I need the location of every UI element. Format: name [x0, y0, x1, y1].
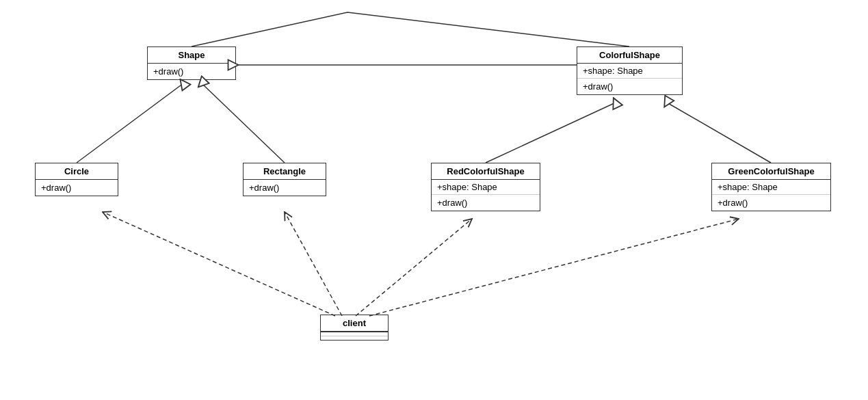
client-class: client [320, 315, 389, 341]
circle-class-name: Circle [36, 163, 118, 180]
circle-draw-method: +draw() [36, 180, 118, 196]
colorfulshape-attr: +shape: Shape [577, 64, 682, 79]
svg-line-3 [202, 83, 285, 163]
circle-class: Circle +draw() [35, 163, 118, 196]
rectangle-draw-method: +draw() [244, 180, 326, 196]
svg-line-6 [667, 103, 771, 163]
redcolorfulshape-attr: +shape: Shape [432, 180, 540, 195]
diagram-container: Shape +draw() Circle +draw() Rectangle +… [0, 0, 868, 400]
colorfulshape-draw-method: +draw() [577, 79, 682, 94]
svg-line-10 [369, 219, 739, 316]
colorfulshape-class-name: ColorfulShape [577, 47, 682, 64]
colorfulshape-class: ColorfulShape +shape: Shape +draw() [577, 46, 683, 95]
svg-line-8 [285, 212, 342, 316]
greencolorfulshape-attr: +shape: Shape [712, 180, 830, 195]
rectangle-class-name: Rectangle [244, 163, 326, 180]
svg-line-5 [486, 103, 616, 163]
svg-line-7 [103, 212, 335, 316]
svg-line-2 [77, 83, 183, 163]
redcolorfulshape-class-name: RedColorfulShape [432, 163, 540, 180]
redcolorfulshape-class: RedColorfulShape +shape: Shape +draw() [431, 163, 540, 211]
shape-draw-method: +draw() [148, 64, 235, 79]
greencolorfulshape-class: GreenColorfulShape +shape: Shape +draw() [711, 163, 831, 211]
shape-class-name: Shape [148, 47, 235, 64]
svg-line-9 [356, 219, 472, 316]
greencolorfulshape-class-name: GreenColorfulShape [712, 163, 830, 180]
client-class-name: client [321, 315, 388, 332]
redcolorfulshape-draw-method: +draw() [432, 195, 540, 211]
rectangle-class: Rectangle +draw() [243, 163, 326, 196]
greencolorfulshape-draw-method: +draw() [712, 195, 830, 211]
shape-class: Shape +draw() [147, 46, 236, 80]
